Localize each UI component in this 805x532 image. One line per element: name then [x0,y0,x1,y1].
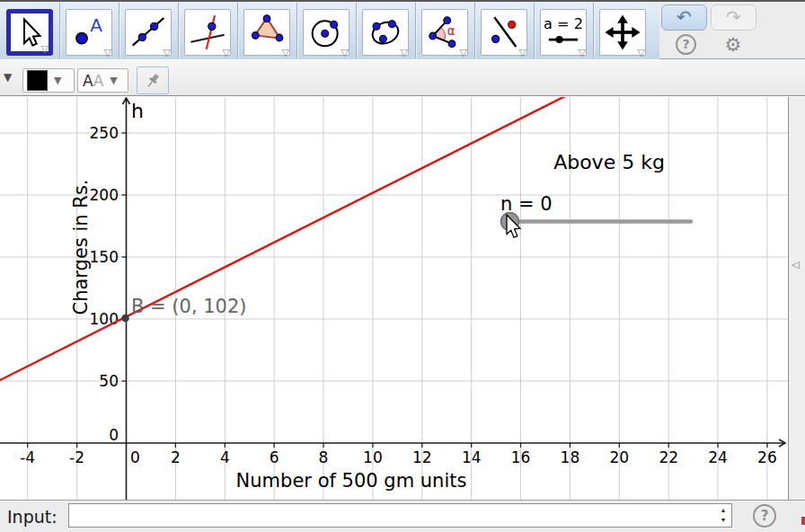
tool-dropdown-icon[interactable]: ▽ [401,48,408,58]
spinner-down-icon[interactable]: ▾ [718,515,729,525]
pushpin-icon [143,71,163,91]
input-bar: Input: ▴ ▾ ? [0,500,805,532]
toolbar-right-controls: ↶ ↷ ? ⚙ [661,2,805,59]
point-icon: A [71,14,107,50]
tool-circle[interactable]: ▽ [303,9,349,56]
svg-text:20: 20 [609,448,629,466]
tool-reflect[interactable]: ▽ [481,9,527,56]
angle-icon: α [427,14,463,50]
chevron-down-icon: ▼ [110,75,117,86]
input-help-button[interactable]: ? [753,504,776,528]
svg-text:26: 26 [757,448,777,466]
svg-text:14: 14 [462,448,482,466]
point-b[interactable] [121,315,129,323]
tool-move[interactable]: ▽ [6,9,53,56]
svg-text:A: A [90,14,102,36]
tool-angle[interactable]: α ▽ [421,9,468,56]
svg-text:a = 2: a = 2 [544,15,583,32]
x-axis-caption: Number of 500 gm units [236,470,467,492]
svg-text:200: 200 [90,186,119,204]
tool-dropdown-icon[interactable]: ▽ [579,48,586,58]
input-label: Input: [7,507,58,527]
tool-move-graphics-view[interactable]: ▽ [599,9,646,56]
input-field-frame: ▴ ▾ [68,503,732,528]
tool-dropdown-icon[interactable]: ▽ [341,48,349,58]
algebra-input-field[interactable] [71,505,712,527]
color-picker-button[interactable]: ▼ [22,68,75,93]
y-axis-name: h [131,100,144,122]
annotation-text[interactable]: Above 5 kg [553,151,665,173]
tool-dropdown-icon[interactable]: ▽ [104,48,111,58]
move-view-icon [604,13,641,51]
line-icon [130,14,166,50]
reflect-line-icon [486,14,522,50]
svg-text:4: 4 [220,448,230,466]
svg-text:-4: -4 [20,448,35,466]
tool-dropdown-icon[interactable]: ▽ [460,48,467,58]
x-axis-tick-labels: -4 -2 0 2 4 6 8 10 12 14 16 18 20 22 24 … [20,448,776,466]
graphics-view[interactable]: -4 -2 0 2 4 6 8 10 12 14 16 18 20 22 24 … [0,97,788,500]
tool-dropdown-icon[interactable]: ▽ [164,48,171,58]
geogebra-window: { "toolbar": { "point_tool_letter": "A",… [0,0,805,532]
svg-text:α: α [447,24,456,38]
circle-icon [308,14,344,50]
tool-dropdown-icon[interactable]: ▽ [519,48,526,58]
input-history-spinner[interactable]: ▴ ▾ [718,505,729,527]
tool-polygon[interactable]: ▽ [243,9,290,56]
window-resize-marker [801,517,805,525]
main-toolbar: ▽ A ▽ ▽ [0,0,805,59]
color-swatch-black [27,70,48,91]
chevron-down-icon: ▼ [54,75,61,86]
tool-slider[interactable]: a = 2 ▽ [540,9,587,56]
svg-text:2: 2 [171,448,181,466]
svg-text:6: 6 [270,448,279,466]
pin-to-screen-button[interactable] [137,66,169,94]
tool-dropdown-icon[interactable]: ▽ [223,48,230,58]
svg-text:-2: -2 [69,448,84,466]
settings-gear-icon[interactable]: ⚙ [722,34,744,56]
y-axis-tick-labels: 0 50 100 150 200 250 [90,124,119,444]
svg-text:18: 18 [561,448,580,466]
svg-text:100: 100 [90,310,119,328]
text-style-label-light: A [93,72,104,90]
svg-text:8: 8 [319,448,329,466]
undo-button[interactable]: ↶ [661,4,707,31]
stylebar-collapse-icon[interactable]: ▼ [4,71,12,84]
collapse-left-icon[interactable]: ◁ [792,259,799,270]
svg-text:150: 150 [90,248,119,266]
text-style-label: A [83,72,93,90]
svg-text:0: 0 [109,426,119,444]
slider-icon: a = 2 [544,13,583,52]
slider-n-label[interactable]: n = 0 [500,193,553,215]
panel-collapse-strip: ◁ [788,97,805,500]
tool-point[interactable]: A ▽ [66,9,112,56]
graphics-style-bar: ▼ ▼ A A ▼ [0,60,805,96]
y-axis-caption: Charges in Rs. [70,180,92,315]
tool-perpendicular-line[interactable]: ▽ [184,9,231,56]
spinner-up-icon[interactable]: ▴ [718,505,729,515]
svg-text:10: 10 [363,448,383,466]
polygon-icon [249,14,285,50]
svg-text:12: 12 [412,448,432,466]
text-style-button[interactable]: A A ▼ [77,68,128,93]
perpendicular-line-icon [190,14,226,50]
tool-ellipse[interactable]: ▽ [362,9,409,56]
svg-text:50: 50 [99,372,119,390]
svg-text:250: 250 [90,124,119,142]
tool-dropdown-icon[interactable]: ▽ [282,48,289,58]
redo-button[interactable]: ↷ [711,4,756,31]
svg-text:22: 22 [659,448,678,466]
tool-dropdown-icon[interactable]: ▽ [41,44,49,54]
help-button[interactable]: ? [676,34,696,55]
tools-strip: ▽ A ▽ ▽ [0,2,659,59]
tool-line[interactable]: ▽ [125,9,172,56]
svg-text:16: 16 [511,448,531,466]
point-b-label[interactable]: B = (0, 102) [131,296,247,317]
svg-text:24: 24 [708,448,728,466]
svg-text:0: 0 [130,448,140,466]
ellipse-icon [367,14,403,50]
tool-dropdown-icon[interactable]: ▽ [638,48,645,58]
